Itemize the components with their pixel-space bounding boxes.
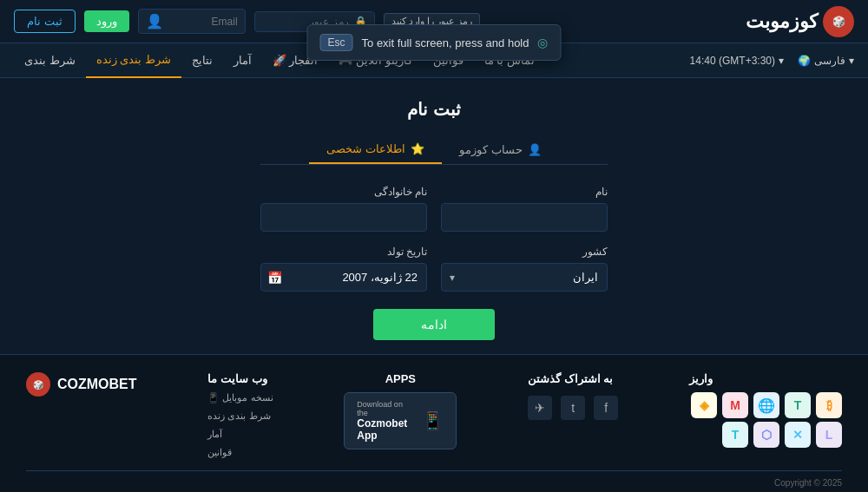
footer: واریز ₿ T 🌐 M ◈ L ✕ ⬡ T به اشتراک گذشتن … — [0, 354, 868, 492]
footer-logo-icon: 🎲 — [26, 372, 50, 397]
monero-icon: M — [722, 392, 748, 418]
join-section: به اشتراک گذشتن f t ✈ — [528, 372, 618, 420]
country-select-wrapper: ایران — [441, 263, 608, 292]
tron-icon: T — [722, 422, 748, 448]
twitter-icon[interactable]: t — [561, 396, 585, 420]
app-text: Download on the Cozmobet App — [357, 400, 415, 442]
crypto-grid: ₿ T 🌐 M ◈ L ✕ ⬡ T — [689, 392, 842, 448]
web-icon: 🌐 — [753, 392, 779, 418]
birth-date-label: تاریخ تولد — [260, 246, 427, 258]
person-icon: 👤 — [528, 143, 542, 156]
telegram-icon[interactable]: ✈ — [528, 396, 552, 420]
country-select[interactable]: ایران — [441, 263, 608, 292]
website-link-rules[interactable]: قوانین — [207, 447, 232, 458]
nav-betting[interactable]: شرط بندی — [14, 43, 86, 78]
first-name-input[interactable] — [441, 203, 608, 232]
copyright-text: Copyright © 2025 — [774, 478, 842, 488]
deposit-section: واریز ₿ T 🌐 M ◈ L ✕ ⬡ T — [689, 372, 842, 448]
website-link-mobile[interactable]: نسخه موبایل 📱 — [207, 392, 273, 403]
esc-badge: Esc — [320, 34, 353, 51]
tab-account[interactable]: 👤 حساب کوزمو — [442, 135, 559, 164]
last-name-input[interactable] — [260, 203, 427, 232]
bitcoin-icon: ₿ — [816, 392, 842, 418]
date-input-wrapper: 📅 — [260, 263, 427, 292]
person-icon: 👤 — [146, 13, 163, 30]
deposit-title: واریز — [689, 372, 713, 385]
birth-date-input[interactable] — [260, 263, 427, 292]
apps-title: APPS — [385, 372, 416, 385]
chevron-down-icon: ▾ — [779, 55, 784, 67]
xrp-icon: ✕ — [785, 422, 811, 448]
footer-logo-text: COZMOBET — [57, 377, 137, 392]
app-big-text: Cozmobet App — [357, 417, 415, 442]
continue-button[interactable]: ادامه — [373, 309, 495, 340]
logo-area: 🎲 کوزموبت — [746, 6, 854, 37]
register-button[interactable]: ثبت نام — [14, 10, 76, 33]
header-left: 🎲 کوزموبت — [746, 6, 854, 37]
login-button[interactable]: ورود — [84, 10, 129, 32]
fullscreen-icon: ◎ — [537, 36, 548, 49]
logo-icon: 🎲 — [823, 6, 854, 37]
country-label: کشور — [441, 246, 608, 258]
apps-section: APPS 📱 Download on the Cozmobet App — [344, 372, 457, 449]
app-small-text: Download on the — [357, 400, 415, 417]
registration-form: نام خانوادگی نام تاریخ تولد 📅 کشور — [260, 186, 608, 340]
nav-stats[interactable]: آمار — [223, 43, 262, 78]
tether-icon: T — [785, 392, 811, 418]
nav-live-betting[interactable]: شرط بندی زنده — [86, 43, 181, 78]
website-link-stats[interactable]: آمار — [207, 429, 222, 440]
email-input[interactable] — [168, 16, 238, 28]
tab-personal[interactable]: ⭐ اطلاعات شخصی — [309, 135, 442, 164]
time-display: ▾ (GMT+3:30) 14:40 — [690, 55, 784, 67]
footer-logo: COZMOBET 🎲 — [26, 372, 137, 397]
name-row: نام خانوادگی نام — [260, 186, 608, 232]
main-content: ثبت نام 👤 حساب کوزمو ⭐ اطلاعات شخصی نام … — [0, 78, 868, 354]
last-name-group: نام خانوادگی — [260, 186, 427, 232]
country-birth-row: تاریخ تولد 📅 کشور ایران — [260, 246, 608, 292]
app-download-button[interactable]: 📱 Download on the Cozmobet App — [344, 392, 457, 449]
country-group: کشور ایران — [441, 246, 608, 292]
facebook-icon[interactable]: f — [594, 396, 618, 420]
last-name-label: نام خانوادگی — [260, 186, 427, 198]
website-link-live[interactable]: شرط بندی زنده — [207, 410, 270, 422]
page-title: ثبت نام — [0, 99, 868, 120]
website-section: وب سایت ما نسخه موبایل 📱 شرط بندی زنده آ… — [207, 372, 273, 458]
lang-label: فارسی — [814, 55, 845, 67]
nav-right: ▾ فارسی 🌍 ▾ (GMT+3:30) 14:40 — [690, 55, 854, 67]
logo-text: کوزموبت — [746, 10, 818, 33]
website-title: وب سایت ما — [207, 372, 266, 385]
birth-date-group: تاریخ تولد 📅 — [260, 246, 427, 292]
fullscreen-tooltip: ◎ To exit full screen, press and hold Es… — [307, 24, 562, 61]
gold-icon: ◈ — [691, 392, 717, 418]
language-selector[interactable]: ▾ فارسی 🌍 — [798, 55, 854, 67]
chevron-down-icon: ▾ — [849, 55, 854, 67]
first-name-group: نام — [441, 186, 608, 232]
phone-icon: 📱 — [422, 410, 444, 431]
ethereum-icon: ⬡ — [753, 422, 779, 448]
social-icons: f t ✈ — [528, 396, 618, 420]
footer-top: واریز ₿ T 🌐 M ◈ L ✕ ⬡ T به اشتراک گذشتن … — [26, 372, 842, 458]
registration-tabs: 👤 حساب کوزمو ⭐ اطلاعات شخصی — [260, 135, 608, 165]
first-name-label: نام — [441, 186, 608, 198]
tooltip-text: To exit full screen, press and hold — [362, 36, 529, 49]
email-input-group[interactable]: 👤 — [138, 9, 246, 34]
footer-bottom: Copyright © 2025 — [26, 470, 842, 488]
time-label: (GMT+3:30) 14:40 — [690, 55, 775, 67]
join-title: به اشتراک گذشتن — [528, 372, 613, 385]
nav-results[interactable]: نتایج — [181, 43, 223, 78]
litecoin-icon: L — [816, 422, 842, 448]
flag-icon: 🌍 — [798, 55, 811, 67]
star-icon: ⭐ — [411, 142, 424, 155]
